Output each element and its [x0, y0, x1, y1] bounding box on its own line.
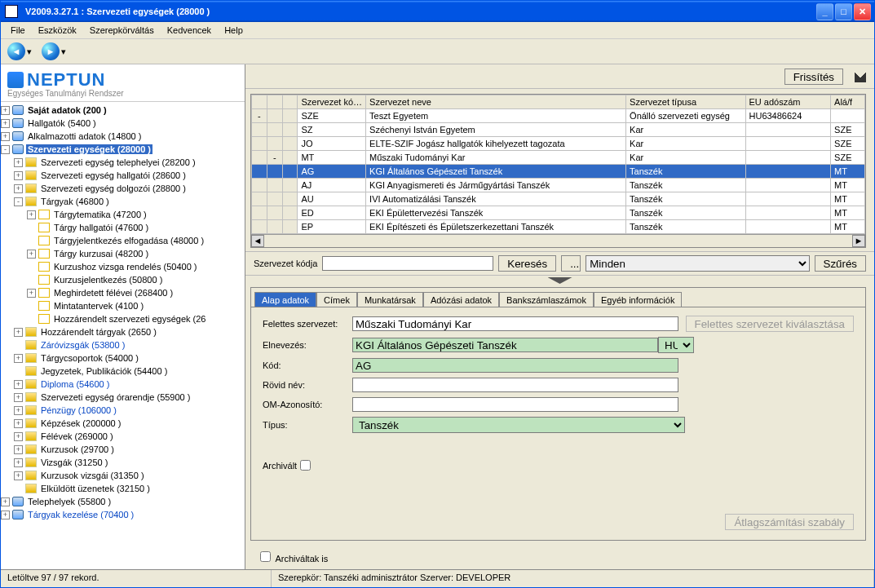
- table-row[interactable]: -MTMűszaki Tudományi KarKarSZE: [252, 151, 865, 165]
- kod-field[interactable]: [352, 358, 678, 373]
- tree-item[interactable]: +Hallgatók (5400 ): [1, 117, 245, 130]
- tree-item[interactable]: +Kurzusok vizsgái (31350 ): [1, 469, 245, 482]
- tree-item[interactable]: +Tárgy kurzusai (48200 ): [1, 247, 245, 260]
- table-row[interactable]: AGKGI Általános Gépészeti TanszékTanszék…: [252, 165, 865, 179]
- expand-icon[interactable]: +: [14, 354, 23, 363]
- expand-icon[interactable]: +: [14, 471, 23, 480]
- close-button[interactable]: ✕: [854, 3, 871, 20]
- tree-item[interactable]: Mintatantervek (4100 ): [1, 299, 245, 312]
- tree-item[interactable]: +Hozzárendelt tárgyak (2650 ): [1, 325, 245, 338]
- expand-icon[interactable]: +: [14, 419, 23, 428]
- tab[interactable]: Címek: [316, 292, 357, 307]
- grid-header[interactable]: EU adószám: [745, 95, 831, 109]
- tree-item[interactable]: Tárgyjelentkezés elfogadása (48000 ): [1, 234, 245, 247]
- tree-item[interactable]: Jegyzetek, Publikációk (54400 ): [1, 365, 245, 378]
- tree-item[interactable]: +Tárgyak kezelése (70400 ): [1, 508, 245, 521]
- tab[interactable]: Alap adatok: [254, 292, 316, 307]
- filter-button[interactable]: Szűrés: [815, 255, 866, 272]
- tab[interactable]: Adózási adatok: [423, 292, 499, 307]
- tree-item[interactable]: +Telephelyek (55800 ): [1, 495, 245, 508]
- minimize-button[interactable]: _: [816, 3, 833, 20]
- expand-icon[interactable]: +: [27, 289, 36, 298]
- expand-icon[interactable]: -: [1, 145, 10, 154]
- grid-header[interactable]: Szervezet kódja: [298, 95, 366, 109]
- table-row[interactable]: AUIVI Automatizálási TanszékTanszékMT: [252, 192, 865, 206]
- search-button[interactable]: Keresés: [498, 255, 556, 272]
- archivaltak-is-checkbox[interactable]: [260, 551, 271, 562]
- tree-item[interactable]: Záróvizsgák (53800 ): [1, 338, 245, 351]
- tree-item[interactable]: -Szervezeti egységek (28000 ): [1, 143, 245, 156]
- tree-item[interactable]: +Szervezeti egység hallgatói (28600 ): [1, 169, 245, 182]
- back-button[interactable]: ◄ ▾: [7, 42, 32, 60]
- tree-item[interactable]: Kurzushoz vizsga rendelés (50400 ): [1, 260, 245, 273]
- expand-icon[interactable]: +: [14, 158, 23, 167]
- menu-item[interactable]: Help: [218, 24, 250, 37]
- tree-item[interactable]: +Saját adatok (200 ): [1, 104, 245, 117]
- expand-icon[interactable]: +: [1, 511, 10, 519]
- maximize-button[interactable]: □: [835, 3, 852, 20]
- expand-icon[interactable]: +: [14, 445, 23, 454]
- splitter-gripper-icon[interactable]: [245, 276, 874, 285]
- tree-item[interactable]: +Tárgytematika (47200 ): [1, 208, 245, 221]
- forward-button[interactable]: ► ▾: [42, 42, 66, 60]
- pin-icon[interactable]: [855, 71, 866, 82]
- refresh-button[interactable]: Frissítés: [784, 69, 843, 85]
- table-row[interactable]: AJKGI Anyagismereti és Járműgyártási Tan…: [252, 179, 865, 192]
- tree-item[interactable]: +Diploma (54600 ): [1, 378, 245, 391]
- grid-header[interactable]: Alá/f: [831, 95, 865, 109]
- tree-item[interactable]: +Képzések (200000 ): [1, 417, 245, 430]
- expand-icon[interactable]: +: [14, 393, 23, 402]
- tree-item[interactable]: +Szervezeti egység dolgozói (28800 ): [1, 182, 245, 195]
- tree-item[interactable]: +Alkalmazotti adatok (14800 ): [1, 130, 245, 143]
- search-more-button[interactable]: ...: [561, 255, 581, 272]
- elnevezes-field[interactable]: [352, 338, 658, 352]
- table-row[interactable]: SZSzéchenyi István EgyetemKarSZE: [252, 123, 865, 137]
- tree-item[interactable]: Elküldött üzenetek (32150 ): [1, 482, 245, 495]
- nav-tree[interactable]: +Saját adatok (200 )+Hallgatók (5400 )+A…: [1, 101, 245, 569]
- table-row[interactable]: -SZETeszt EgyetemÖnálló szervezeti egysé…: [252, 109, 865, 123]
- menu-item[interactable]: File: [4, 24, 32, 37]
- felettes-szervezet-field[interactable]: [352, 316, 678, 331]
- tree-item[interactable]: +Meghirdetett félévei (268400 ): [1, 286, 245, 299]
- expand-icon[interactable]: +: [1, 497, 10, 506]
- tab[interactable]: Bankszámlaszámok: [499, 292, 594, 307]
- scroll-right-icon[interactable]: ►: [852, 235, 865, 247]
- grid-header[interactable]: Szervezet típusa: [626, 95, 745, 109]
- tab[interactable]: Egyéb információk: [594, 292, 683, 307]
- tree-item[interactable]: -Tárgyak (46800 ): [1, 195, 245, 208]
- expand-icon[interactable]: +: [14, 171, 23, 180]
- scroll-left-icon[interactable]: ◄: [251, 235, 264, 247]
- lang-select[interactable]: HU: [658, 337, 694, 353]
- tree-item[interactable]: Kurzusjelentkezés (50800 ): [1, 273, 245, 286]
- menu-item[interactable]: Kedvencek: [161, 24, 218, 37]
- expand-icon[interactable]: +: [14, 406, 23, 415]
- table-row[interactable]: JOELTE-SZIF Jogász hallgatók kihelyezett…: [252, 137, 865, 151]
- tipus-select[interactable]: Tanszék: [352, 417, 685, 433]
- expand-icon[interactable]: +: [14, 328, 23, 337]
- expand-icon[interactable]: +: [1, 132, 10, 141]
- table-row[interactable]: EDEKI Épülettervezési TanszékTanszékMT: [252, 206, 865, 220]
- tree-item[interactable]: +Szervezeti egység órarendje (55900 ): [1, 391, 245, 404]
- table-row[interactable]: EPEKI Építészeti és Épületszerkezettani …: [252, 220, 865, 234]
- expand-icon[interactable]: +: [14, 458, 23, 467]
- atlagszamitasi-button[interactable]: Átlagszámítási szabály: [725, 514, 854, 530]
- expand-icon[interactable]: -: [14, 197, 23, 206]
- rovid-nev-field[interactable]: [352, 378, 678, 392]
- tree-item[interactable]: +Kurzusok (29700 ): [1, 443, 245, 456]
- felettes-szervezet-select-button[interactable]: Felettes szervezet kiválasztása: [686, 316, 854, 332]
- tree-item[interactable]: +Pénzügy (106000 ): [1, 404, 245, 417]
- grid-header[interactable]: Szervezet neve: [366, 95, 626, 109]
- expand-icon[interactable]: +: [1, 119, 10, 128]
- tree-item[interactable]: Hozzárendelt szervezeti egységek (26: [1, 312, 245, 325]
- search-input[interactable]: [322, 256, 493, 271]
- tree-item[interactable]: +Félévek (269000 ): [1, 430, 245, 443]
- expand-icon[interactable]: +: [14, 380, 23, 389]
- tree-item[interactable]: +Tárgycsoportok (54000 ): [1, 351, 245, 365]
- tree-item[interactable]: +Szervezeti egység telephelyei (28200 ): [1, 156, 245, 169]
- horizontal-scrollbar[interactable]: ◄ ►: [251, 234, 865, 247]
- menu-item[interactable]: Szerepkörváltás: [83, 24, 161, 37]
- om-azonosito-field[interactable]: [352, 397, 678, 412]
- archivalt-checkbox[interactable]: [300, 460, 311, 471]
- tree-item[interactable]: +Vizsgák (31250 ): [1, 456, 245, 469]
- expand-icon[interactable]: +: [27, 250, 36, 259]
